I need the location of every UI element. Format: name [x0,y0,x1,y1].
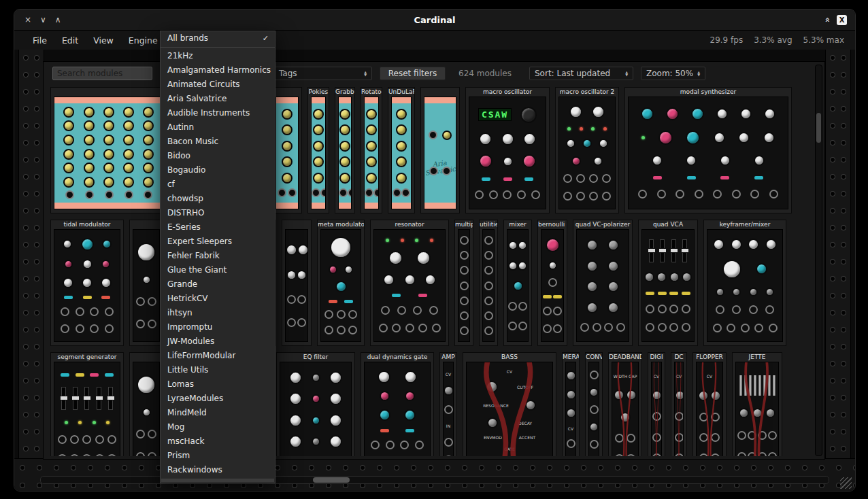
module-tile[interactable]: resonator [370,220,449,346]
knob-row [54,277,120,288]
window-close-icon[interactable]: × [24,15,31,24]
brand-menu-item[interactable]: Expert Sleepers [161,235,275,249]
brand-menu-item[interactable]: Prism [161,449,275,463]
module-tile[interactable]: Aria Salvatrice [420,87,460,213]
jack [682,323,690,332]
module-tile[interactable]: DIGICV [648,352,665,456]
menubar-item-engine[interactable]: Engine [121,35,165,46]
brand-menu-item[interactable]: cf [161,177,275,192]
window-title: Cardinal [14,15,855,25]
module-tile[interactable] [129,220,163,346]
module-tile[interactable]: meta modulator [317,220,365,346]
window-unshade-icon[interactable]: ∧ [55,15,61,24]
module-tile[interactable]: CONV [585,352,603,456]
brand-menu-item[interactable]: Bacon Music [161,135,275,149]
module-tile[interactable]: quad VC-polarizer [573,220,633,346]
module-tile[interactable]: multiples [454,220,473,346]
jack [518,302,527,311]
search-input[interactable] [52,67,152,80]
tags-filter-select[interactable]: Tags [273,67,372,80]
module-tile[interactable]: bernoulli gate [537,220,567,346]
module-tile[interactable]: quad VCA [638,220,698,346]
brand-menu-item[interactable]: Grande [161,277,275,292]
zoom-select[interactable]: Zoom: 50% [641,67,705,80]
module-tile[interactable] [272,87,302,213]
brand-menu-item[interactable]: Little Utils [161,363,275,377]
window-rollup-icon[interactable]: » [822,17,832,22]
menubar-item-view[interactable]: View [86,35,121,46]
module-tile[interactable] [129,352,163,456]
horizontal-scrollbar-thumb[interactable] [313,477,350,483]
module-face: CV [565,362,576,456]
module-tile[interactable]: FLOPPERCV [692,352,727,456]
module-name [421,88,459,97]
module-tile[interactable]: macro oscillatorCSAW [465,87,550,213]
brand-menu-item[interactable]: Lomas [161,377,275,392]
module-tile[interactable]: DCCV [671,352,687,456]
module-tile[interactable]: DEADBANDWIDTHGAP [608,352,642,456]
brand-menu-item[interactable]: Impromptu [161,320,275,334]
brand-menu-item[interactable]: ihtsyn [161,306,275,320]
brand-menu-item[interactable]: Aria Salvatrice [161,92,275,106]
knob-row [365,173,378,184]
module-tile[interactable]: modal synthesizer [624,87,792,213]
brand-menu-item[interactable]: 21kHz [161,49,275,63]
module-tile[interactable]: macro oscillator 2 [555,87,619,213]
knob-row [507,241,528,250]
brand-menu-item[interactable]: MindMeld [161,406,275,420]
knob-row [577,302,629,313]
brand-menu-item[interactable]: DISTRHO [161,206,275,220]
brand-menu-item[interactable]: Glue the Giant [161,263,275,277]
brand-menu-item[interactable]: chowdsp [161,192,275,206]
module-tile[interactable]: JETTE [732,352,782,456]
brand-menu-item[interactable]: JW-Modules [161,334,275,349]
menubar-item-file[interactable]: File [25,35,54,46]
brand-menu-item[interactable]: Audible Instruments [161,106,275,120]
module-name [273,88,301,97]
brand-menu-item[interactable]: mscHack [161,434,275,449]
brand-menu-item[interactable]: Mog [161,420,275,434]
module-tile[interactable]: MERACV [562,352,580,456]
vertical-scrollbar-thumb[interactable] [816,113,821,143]
sort-select[interactable]: Sort: Last updated [529,67,633,80]
brand-menu-item[interactable]: Bidoo [161,149,275,163]
reset-filters-button[interactable]: Reset filters [380,67,446,80]
module-tile[interactable]: AMPCVIN [439,352,457,456]
brand-menu-item[interactable]: Fehler Fabrik [161,249,275,263]
brand-menu-item[interactable]: E-Series [161,220,275,235]
window-shade-icon[interactable]: ∨ [40,15,46,24]
module-tile[interactable]: keyframer/mixer [703,220,786,346]
brand-menu-item[interactable]: Rackwindows [161,463,275,477]
brand-menu-item-all[interactable]: All brands ✓ [161,31,275,46]
resize-grip[interactable] [840,477,852,489]
knob [313,109,324,120]
horizontal-scrollbar[interactable] [40,476,829,484]
module-tile[interactable]: Rotatoes [361,87,382,213]
module-tile[interactable]: EQ filter [276,352,355,456]
module-tile[interactable]: mixer [503,220,532,346]
menu-scroll-strip[interactable] [161,479,274,482]
brand-menu-item[interactable]: Animated Circuits [161,78,275,92]
jack [348,326,357,334]
module-tile[interactable]: dual dynamics gate [361,352,434,456]
brand-menu-item[interactable]: Amalgamated Harmonics [161,63,275,78]
module-tile[interactable] [282,220,312,346]
brand-menu-item[interactable]: Autinn [161,120,275,135]
module-tile[interactable]: tidal modulator [50,220,124,346]
brand-menu-item[interactable]: LifeFormModular [161,349,275,363]
module-tile[interactable]: utilities [479,220,498,346]
module-tile[interactable]: UnDuLaR [388,87,415,213]
brand-menu-item[interactable]: HetrickCV [161,292,275,306]
knob [339,124,350,135]
module-tile[interactable]: segment generator [50,352,124,456]
app-logo-icon[interactable]: X [837,15,847,25]
vertical-scrollbar[interactable] [815,65,822,456]
patch-cables [612,362,638,456]
module-tile[interactable]: BASSCVCUTOFFRESONANCEDECAYENVMODACCENTGA… [463,352,556,456]
menubar-item-edit[interactable]: Edit [54,35,86,46]
module-face [311,97,326,209]
brand-menu-item[interactable]: LyraeModules [161,392,275,406]
module-tile[interactable]: Pokies [307,87,329,213]
brand-menu-item[interactable]: Bogaudio [161,163,275,177]
module-tile[interactable]: Grabby [335,87,355,213]
